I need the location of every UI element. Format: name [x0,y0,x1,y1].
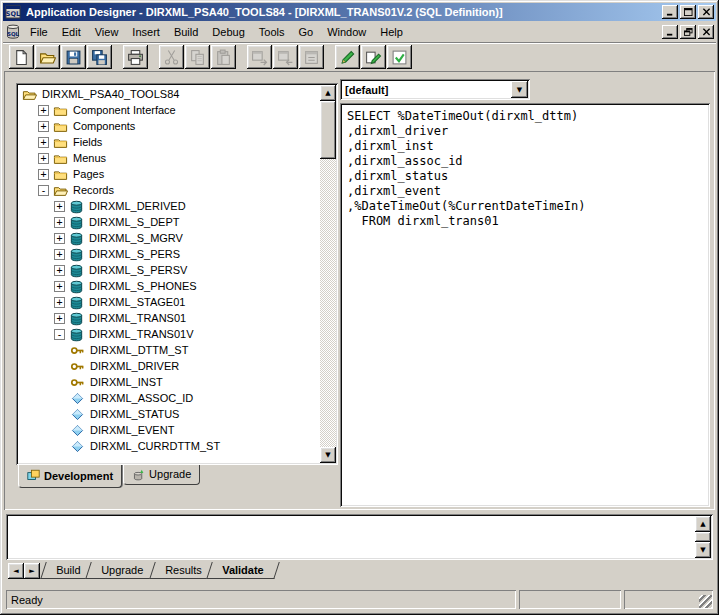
titlebar[interactable]: SQL Application Designer - DIRXML_PSA40_… [3,3,716,21]
tree-expander-toggle[interactable]: - [38,185,49,196]
toolbar-insert-into-project-button[interactable] [247,45,272,69]
tree-node[interactable]: +Components [18,118,319,134]
key-field-icon [70,359,85,374]
menu-build[interactable]: Build [167,23,205,41]
menu-help[interactable]: Help [373,23,410,41]
toolbar-new-button[interactable] [9,45,34,69]
tree-node[interactable]: DIRXML_CURRDTTM_ST [18,438,319,454]
tree-node[interactable]: +Fields [18,134,319,150]
menu-file[interactable]: File [23,23,55,41]
scroll-down-button[interactable]: ▼ [320,447,336,463]
project-tree: DIRXML_PSA40_TOOLS84+Component Interface… [18,85,319,463]
tree-node[interactable]: +DIRXML_STAGE01 [18,294,319,310]
close-icon [702,28,711,36]
resize-grip[interactable] [699,595,712,608]
workspace-tab-upgrade[interactable]: Upgrade [123,465,200,485]
toolbar-validate-sql-button[interactable] [387,45,412,69]
tree-node[interactable]: +DIRXML_S_DEPT [18,214,319,230]
tree-node[interactable]: +DIRXML_S_PHONES [18,278,319,294]
scroll-up-button[interactable]: ▲ [320,85,336,101]
tab-scroll-left-button[interactable]: ◄ [8,563,24,579]
maximize-button[interactable] [680,5,696,19]
output-content[interactable]: ▲ ▼ [6,514,713,560]
toolbar-cut-button[interactable] [159,45,184,69]
tree-expander-toggle[interactable]: + [54,313,65,324]
output-tab-validate[interactable]: Validate [207,562,280,579]
dropdown-arrow-button[interactable]: ▼ [511,81,528,98]
toolbar-print-button[interactable] [123,45,148,69]
tree-node[interactable]: +DIRXML_S_MGRV [18,230,319,246]
tree-node[interactable]: DIRXML_INST [18,374,319,390]
toolbar-project-properties-button[interactable] [299,45,324,69]
tree-node[interactable]: DIRXML_EVENT [18,422,319,438]
tree-vertical-scrollbar[interactable]: ▲ ▼ [320,85,336,463]
tree-node[interactable]: -Records [18,182,319,198]
menu-debug[interactable]: Debug [205,23,251,41]
mdi-minimize-button[interactable] [662,25,678,39]
tree-expander-toggle[interactable]: + [54,281,65,292]
workspace-tab-development[interactable]: Development [18,465,122,488]
tab-scroll-right-button[interactable]: ► [24,563,40,579]
tree-expander-toggle[interactable]: + [54,297,65,308]
menu-go[interactable]: Go [291,23,320,41]
close-button[interactable] [698,5,714,19]
tree-node[interactable]: +Pages [18,166,319,182]
sql-type-dropdown[interactable]: [default] ▼ [340,79,530,100]
toolbar-edit-record-sql-button[interactable] [361,45,386,69]
output-tab-upgrade[interactable]: Upgrade [86,562,160,579]
scroll-up-button[interactable]: ▲ [695,516,711,532]
tree-node[interactable]: +DIRXML_S_PERS [18,246,319,262]
tree-expander-toggle[interactable]: + [54,249,65,260]
tree-expander-toggle[interactable]: + [54,265,65,276]
tree-expander-toggle[interactable]: + [38,153,49,164]
tree-node[interactable]: DIRXML_DRIVER [18,358,319,374]
scroll-down-button[interactable]: ▼ [695,542,711,558]
tree-node[interactable]: -DIRXML_TRANS01V [18,326,319,342]
toolbar-save-button[interactable] [61,45,86,69]
toolbar-open-button[interactable] [35,45,60,69]
tree-expander-toggle[interactable]: + [54,233,65,244]
application-icon[interactable]: SQL [5,4,21,20]
tree-expander-toggle[interactable]: + [38,121,49,132]
tree-node[interactable]: DIRXML_STATUS [18,406,319,422]
tree-node[interactable]: DIRXML_DTTM_ST [18,342,319,358]
minimize-button[interactable] [662,5,678,19]
tree-expander-toggle[interactable]: + [54,217,65,228]
mdi-close-button[interactable] [698,25,714,39]
toolbar-edit-sql-button[interactable] [335,45,360,69]
menu-tools[interactable]: Tools [252,23,292,41]
tree-node[interactable]: +DIRXML_TRANS01 [18,310,319,326]
tab-label: Development [44,470,113,482]
menu-view[interactable]: View [88,23,126,41]
scroll-thumb[interactable] [695,532,711,542]
tree-node[interactable]: +Menus [18,150,319,166]
save-all-icon [91,49,108,66]
tree-node[interactable]: +DIRXML_DERIVED [18,198,319,214]
toolbar-refresh-project-button[interactable] [273,45,298,69]
tree-node[interactable]: DIRXML_ASSOC_ID [18,390,319,406]
tree-expander-toggle[interactable]: + [54,201,65,212]
project-tree-panel[interactable]: DIRXML_PSA40_TOOLS84+Component Interface… [16,83,338,465]
toolbar-copy-button[interactable] [185,45,210,69]
toolbar-paste-button[interactable] [211,45,236,69]
tree-expander-toggle[interactable]: + [38,105,49,116]
output-vertical-scrollbar[interactable]: ▲ ▼ [695,516,711,558]
sql-definition-icon[interactable]: SQL [5,24,21,40]
tree-expander-toggle[interactable]: + [38,137,49,148]
tree-node-label: DIRXML_INST [88,376,165,388]
scroll-thumb[interactable] [320,101,336,159]
mdi-restore-button[interactable] [680,25,696,39]
menu-edit[interactable]: Edit [55,23,88,41]
tree-node[interactable]: +Component Interface [18,102,319,118]
copy-icon [189,49,206,66]
menu-insert[interactable]: Insert [125,23,167,41]
tree-expander-toggle[interactable]: + [38,169,49,180]
tab-label: Validate [223,564,265,576]
tree-node[interactable]: +DIRXML_S_PERSV [18,262,319,278]
sql-text-editor[interactable]: SELECT %DateTimeOut(dirxml_dttm) ,dirxml… [340,103,710,507]
tree-node[interactable]: DIRXML_PSA40_TOOLS84 [18,86,319,102]
menu-window[interactable]: Window [320,23,373,41]
toolbar-separator [325,45,334,69]
tree-expander-toggle[interactable]: - [54,329,65,340]
toolbar-save-all-button[interactable] [87,45,112,69]
